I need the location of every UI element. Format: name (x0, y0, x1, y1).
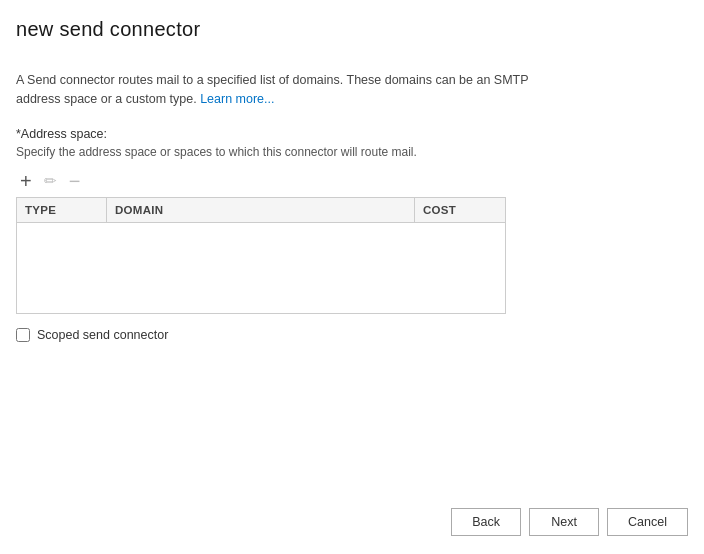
scoped-connector-row: Scoped send connector (16, 328, 688, 342)
page-container: new send connector A Send connector rout… (0, 0, 704, 554)
table-toolbar: + ✏ − (16, 169, 688, 193)
footer-buttons: Back Next Cancel (451, 508, 688, 536)
address-space-hint: Specify the address space or spaces to w… (16, 145, 688, 159)
remove-icon: − (69, 173, 81, 189)
edit-button[interactable]: ✏ (40, 171, 61, 190)
table-body (17, 223, 505, 313)
page-title: new send connector (16, 18, 688, 41)
scoped-connector-checkbox[interactable] (16, 328, 30, 342)
add-icon: + (20, 171, 32, 191)
learn-more-link[interactable]: Learn more... (200, 92, 274, 106)
col-header-type: TYPE (17, 198, 107, 222)
edit-icon: ✏ (44, 173, 57, 188)
table-header: TYPE DOMAIN COST (17, 198, 505, 223)
col-header-cost: COST (415, 198, 505, 222)
description-text: A Send connector routes mail to a specif… (16, 71, 536, 109)
address-space-table: TYPE DOMAIN COST (16, 197, 506, 314)
address-space-label: *Address space: (16, 127, 688, 141)
header: new send connector (0, 0, 704, 55)
cancel-button[interactable]: Cancel (607, 508, 688, 536)
next-button[interactable]: Next (529, 508, 599, 536)
content-area: A Send connector routes mail to a specif… (0, 55, 704, 342)
remove-button[interactable]: − (65, 171, 85, 191)
col-header-domain: DOMAIN (107, 198, 415, 222)
scoped-connector-label[interactable]: Scoped send connector (37, 328, 168, 342)
back-button[interactable]: Back (451, 508, 521, 536)
add-button[interactable]: + (16, 169, 36, 193)
